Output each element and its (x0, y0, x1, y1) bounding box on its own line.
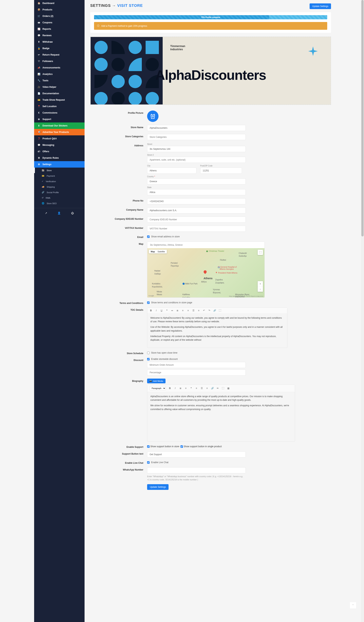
paragraph-select[interactable]: Paragraph (150, 386, 166, 390)
sidebar-item-video-helper[interactable]: 🎥Video Helper (34, 84, 85, 90)
country-input[interactable] (147, 178, 246, 184)
street2-input[interactable] (147, 157, 246, 163)
post-input[interactable] (200, 168, 242, 174)
discount-checkbox[interactable] (147, 358, 150, 360)
sidebar-item-download-our-stickers[interactable]: ⬇Download Our Stickers (34, 122, 85, 129)
sidebar-item-advertise-your-products[interactable]: 📢Advertise Your Products (34, 129, 85, 135)
bio-editor-body[interactable]: AlphaDiscounters is an online store offe… (147, 392, 295, 441)
sidebar-item-settings[interactable]: ⚙Settings (34, 161, 85, 168)
fullscreen-icon[interactable]: ⛶ (222, 387, 224, 389)
sidebar-item-dashboard[interactable]: 🏠Dashboard (34, 0, 85, 6)
live-chat-checkbox[interactable] (147, 461, 150, 464)
sidebar-item-badge[interactable]: 🏅Badge (34, 45, 85, 52)
store-categories-input[interactable] (147, 134, 246, 140)
add-media-button[interactable]: 📷 Add Media (147, 379, 166, 383)
map-canvas[interactable]: Map Satellite ⛶ + − Athens Αθήνα Periste… (147, 248, 265, 297)
map-tab-satellite[interactable]: Satellite (157, 251, 165, 253)
bold-icon[interactable]: B (150, 309, 152, 312)
list-ul-icon[interactable]: ≣ (176, 309, 179, 312)
quote-icon[interactable]: ❝ (190, 387, 192, 389)
link-icon[interactable]: 🔗 (211, 387, 214, 389)
zoom-in-icon[interactable]: + (258, 281, 263, 287)
link-icon[interactable]: 🔗 (213, 309, 216, 312)
support-store-checkbox[interactable] (147, 445, 150, 448)
subnav-rma[interactable]: ↺RMA (34, 195, 85, 201)
sidebar-item-announcements[interactable]: 📣Announcements (34, 64, 85, 71)
sidebar-item-dynamic-rules[interactable]: ⚙Dynamic Rules (34, 155, 85, 161)
user-icon[interactable]: 👤 (57, 212, 61, 214)
min-order-input[interactable] (147, 362, 246, 368)
align-left-icon[interactable]: ≡ (187, 309, 189, 312)
bold-icon[interactable]: B (169, 387, 171, 389)
more-icon[interactable]: ▦ (227, 387, 230, 389)
whatsapp-input[interactable] (147, 467, 246, 473)
sidebar-item-coupons[interactable]: 🎟Coupons (34, 19, 85, 26)
payment-notice[interactable]: ⓘ Add a Payment method to gain 15% progr… (94, 22, 327, 30)
visit-store-link[interactable]: VISIT STORE (117, 3, 143, 8)
sidebar-item-messaging[interactable]: 💬Messaging (34, 142, 85, 148)
sidebar-item-reports[interactable]: 📈Reports (34, 26, 85, 32)
toc-editor-body[interactable]: Welcome to AlphaDiscounters! By using ou… (147, 313, 287, 348)
update-settings-button-bottom[interactable]: Update Settings (147, 484, 169, 490)
page-scrollbar[interactable] (361, 0, 364, 622)
sidebar-item-reviews[interactable]: 💬Reviews (34, 32, 85, 39)
show-email-checkbox[interactable] (147, 235, 150, 238)
sidebar-item-products[interactable]: 📦Products (34, 6, 85, 13)
scroll-top-button[interactable]: ⌃ (350, 602, 356, 609)
sidebar-item-analytics[interactable]: 📊Analytics (34, 71, 85, 77)
sidebar-item-return-request[interactable]: ↩Return Request (34, 52, 85, 58)
align-right-icon[interactable]: ≡ (206, 387, 208, 389)
store-banner[interactable]: Timmerman Industries AlphaDiscounters (90, 37, 331, 105)
align-left-icon[interactable]: ≡ (195, 387, 198, 389)
company-name-input[interactable] (147, 207, 246, 214)
percentage-input[interactable] (147, 369, 246, 376)
subnav-shipping[interactable]: 🚚Shipping (34, 184, 85, 190)
street-input[interactable] (147, 146, 246, 152)
phone-input[interactable] (147, 198, 246, 204)
sidebar-item-commissions[interactable]: €Commissions (34, 110, 85, 116)
update-settings-button-top[interactable]: Update Settings (310, 3, 331, 9)
subnav-store[interactable]: 🏬Store (34, 168, 85, 173)
redo-icon[interactable]: ↷ (208, 309, 211, 312)
power-icon[interactable]: ⏻ (71, 212, 74, 214)
map-search-input[interactable]: 3is Septemvriou, Athina, Greece (147, 242, 265, 248)
quote-icon[interactable]: ❝ (166, 309, 168, 312)
underline-icon[interactable]: U (160, 309, 163, 312)
sidebar-item-product-q-a[interactable]: ❓Product Q&A (34, 135, 85, 142)
sidebar-item-documentation[interactable]: 📄Documentation (34, 90, 85, 97)
map-tab-map[interactable]: Map (151, 251, 155, 253)
subnav-store-seo[interactable]: 🌐Store SEO (34, 201, 85, 206)
align-center-icon[interactable]: ☰ (200, 387, 203, 389)
fullscreen-icon[interactable]: ⛶ (258, 250, 263, 255)
sidebar-item-support[interactable]: ⊚Support (34, 116, 85, 122)
sidebar-item-trade-show-request[interactable]: 💳Trade Show Request (34, 97, 85, 103)
store-name-input[interactable] (147, 125, 246, 131)
list-ol-icon[interactable]: ≡ (184, 387, 187, 389)
sidebar-item-sell-location[interactable]: 📍Sell Location (34, 103, 85, 110)
sidebar-item-withdraw[interactable]: ⬆Withdraw (34, 39, 85, 45)
sidebar-item-tools[interactable]: 🔧Tools (34, 77, 85, 84)
undo-icon[interactable]: ↶ (203, 309, 205, 312)
subnav-payment[interactable]: 💳Payment (34, 173, 85, 179)
city-input[interactable] (147, 168, 196, 174)
zoom-out-icon[interactable]: − (258, 287, 263, 292)
support-single-checkbox[interactable] (180, 445, 183, 448)
list-ul-icon[interactable]: ≣ (179, 387, 182, 389)
subnav-verification[interactable]: ✓Verification (34, 179, 85, 184)
list-ol-icon[interactable]: ≡ (181, 309, 184, 312)
align-center-icon[interactable]: ☰ (192, 309, 195, 312)
sidebar-item-orders-2-[interactable]: 🛒Orders (2) (34, 13, 85, 19)
schedule-checkbox[interactable] (147, 352, 150, 354)
vat-input[interactable] (147, 226, 246, 232)
align-right-icon[interactable]: ≡ (197, 309, 200, 312)
show-terms-checkbox[interactable] (147, 301, 150, 304)
company-id-input[interactable] (147, 216, 246, 223)
sidebar-item-followers[interactable]: ♡Followers (34, 58, 85, 64)
subnav-social-profile[interactable]: 🔗Social Profile (34, 190, 85, 195)
external-link-icon[interactable]: ↗ (45, 212, 47, 214)
code-icon[interactable]: ⇔ (171, 309, 173, 312)
unlink-icon[interactable]: ⚮ (216, 387, 219, 389)
expand-icon[interactable]: ⛶ (219, 309, 221, 312)
support-text-input[interactable] (147, 451, 246, 457)
state-input[interactable] (147, 189, 246, 195)
